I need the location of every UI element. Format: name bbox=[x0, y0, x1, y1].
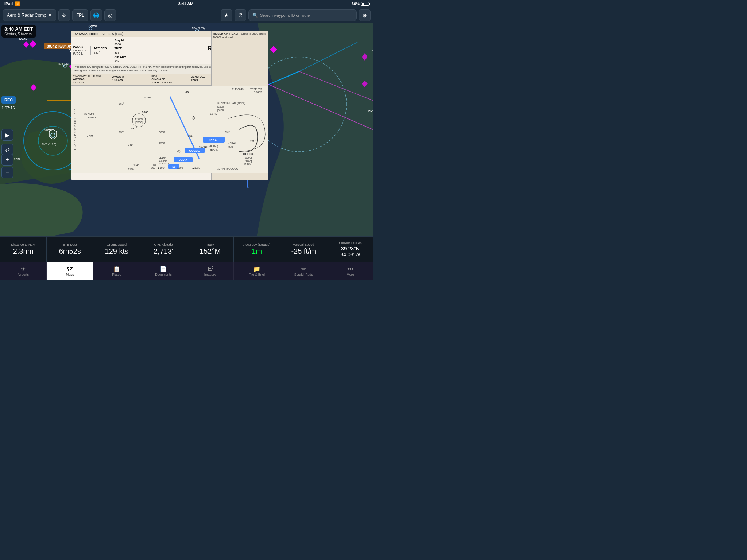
svg-text:7 NM: 7 NM bbox=[87, 135, 93, 137]
compass-button[interactable]: ◎ bbox=[104, 9, 116, 21]
svg-text:2500: 2500 bbox=[159, 142, 165, 144]
plates-label: Plates bbox=[112, 273, 121, 276]
scratchpads-label: ScratchPads bbox=[294, 273, 313, 276]
groundspeed-value: 129 kts bbox=[105, 247, 128, 256]
plates-icon: 📋 bbox=[113, 266, 120, 272]
svg-text:30 NM to OCOCA: 30 NM to OCOCA bbox=[217, 167, 238, 170]
svg-text:30 NM to JERAL (NoPT): 30 NM to JERAL (NoPT) bbox=[217, 102, 245, 105]
svg-text:899: 899 bbox=[151, 167, 155, 169]
time-overlay: 8:40 AM EDT Stratus, 5 towers bbox=[1, 25, 36, 38]
svg-text:15092: 15092 bbox=[254, 90, 262, 94]
vs-cell: Vertical Speed -25 ft/m bbox=[280, 237, 327, 262]
svg-text:EC-2, 15 SEP 2016 to 13 OCT 20: EC-2, 15 SEP 2016 to 13 OCT 2016 bbox=[74, 109, 76, 150]
more-icon: ••• bbox=[347, 266, 353, 272]
fpl-button[interactable]: FPL bbox=[72, 9, 88, 21]
imagery-icon: 🖼 bbox=[207, 266, 213, 272]
svg-text:221°: 221° bbox=[188, 135, 194, 137]
battery-icon bbox=[361, 2, 369, 6]
rec-timer: 1:07:16 bbox=[1, 106, 15, 110]
tab-scratchpads[interactable]: ✏ ScratchPads bbox=[280, 262, 327, 280]
svg-text:JEDIX: JEDIX bbox=[179, 158, 187, 162]
latlon-label: Current Lat/Lon bbox=[339, 241, 362, 245]
svg-text:CVG (117.3): CVG (117.3) bbox=[42, 143, 56, 146]
altitude-cell: GPS Altitude 2,713' bbox=[140, 237, 187, 262]
ete-label: ETE Dest bbox=[63, 243, 77, 246]
svg-text:3000: 3000 bbox=[142, 110, 148, 114]
settings-button[interactable]: ⚙ bbox=[58, 9, 70, 21]
filebrief-icon: 📁 bbox=[253, 266, 260, 272]
latlon-value: 39.28°N 84.08°W bbox=[341, 246, 360, 257]
svg-rect-45 bbox=[71, 86, 268, 171]
svg-text:TDZE 839: TDZE 839 bbox=[250, 88, 262, 90]
plate-chart-svg: EC-2, 15 SEP 2016 to 13 OCT 2016 FIGPU [… bbox=[71, 86, 268, 171]
svg-text:[3100]: [3100] bbox=[217, 109, 225, 112]
vs-label: Vertical Speed bbox=[293, 243, 314, 246]
locate-button[interactable]: ⊕ bbox=[359, 9, 371, 21]
airports-icon: ✈ bbox=[21, 266, 26, 272]
track-value: 152°M bbox=[200, 247, 221, 256]
svg-text:HAO (260): HAO (260) bbox=[57, 62, 71, 66]
favorites-button[interactable]: ★ bbox=[221, 9, 232, 21]
accuracy-label: Accuracy (Stratus) bbox=[243, 243, 270, 246]
documents-icon: 📄 bbox=[160, 266, 167, 272]
svg-text:HOC (: HOC ( bbox=[368, 109, 374, 112]
status-left: iPad 📶 bbox=[4, 1, 20, 6]
track-label: Track bbox=[206, 243, 214, 246]
svg-text:(IF/IAF): (IF/IAF) bbox=[209, 145, 218, 148]
plate-chart-area: EC-2, 15 SEP 2016 to 13 OCT 2016 FIGPU [… bbox=[71, 86, 268, 173]
svg-text:[2600]: [2600] bbox=[217, 105, 225, 108]
svg-text:291°: 291° bbox=[250, 140, 256, 143]
svg-text:12 NM: 12 NM bbox=[210, 113, 218, 115]
svg-text:GOSCE: GOSCE bbox=[189, 149, 200, 152]
svg-text:I68: I68 bbox=[185, 90, 189, 94]
zoom-in-button[interactable]: + bbox=[1, 154, 13, 166]
vs-value: -25 ft/m bbox=[291, 247, 316, 256]
ete-value: 6m52s bbox=[59, 247, 81, 256]
status-time: 8:41 AM bbox=[178, 1, 194, 6]
groundspeed-cell: Groundspeed 129 kts bbox=[93, 237, 140, 262]
svg-text:67IN: 67IN bbox=[14, 158, 20, 161]
svg-text:OCOCA: OCOCA bbox=[243, 152, 254, 156]
tab-documents[interactable]: 📄 Documents bbox=[140, 262, 187, 280]
groundspeed-label: Groundspeed bbox=[107, 243, 127, 246]
filebrief-label: File & Brief bbox=[249, 273, 265, 276]
globe-button[interactable]: 🌐 bbox=[90, 9, 102, 21]
app-selector-button[interactable]: Aero & Radar Comp ▼ bbox=[3, 9, 56, 21]
svg-text:MW (223): MW (223) bbox=[192, 27, 205, 30]
accuracy-value: 1m bbox=[252, 247, 262, 256]
svg-text:(7): (7) bbox=[177, 150, 181, 153]
svg-text:JERAL: JERAL bbox=[210, 148, 218, 151]
zoom-out-button[interactable]: − bbox=[1, 167, 13, 178]
svg-text:JEDIX: JEDIX bbox=[159, 156, 166, 159]
svg-text:✈: ✈ bbox=[191, 115, 196, 121]
svg-text:150°: 150° bbox=[119, 131, 124, 133]
timer-button[interactable]: ⏱ bbox=[235, 9, 246, 21]
maps-icon: 🗺 bbox=[67, 266, 73, 272]
plate-location: BATAVIA, OHIO AL-5955 (FAA) bbox=[74, 32, 123, 36]
svg-text:041°: 041° bbox=[128, 144, 133, 146]
svg-text:JERAL: JERAL bbox=[209, 139, 218, 142]
svg-text:[2800]: [2800] bbox=[245, 160, 252, 163]
freq-cell-2: AWOS-3 118.475 bbox=[111, 74, 150, 85]
app-name-label: Aero & Radar Comp bbox=[7, 13, 46, 18]
map-area[interactable]: HOC ( KMWO KOXD HAO (260) KHAC MDE (375)… bbox=[0, 23, 374, 236]
track-cell: Track 152°M bbox=[187, 237, 234, 262]
tab-imagery[interactable]: 🖼 Imagery bbox=[187, 262, 234, 280]
search-placeholder: Search waypoint ID or route bbox=[260, 13, 310, 18]
tab-plates[interactable]: 📋 Plates bbox=[93, 262, 140, 280]
rec-button[interactable]: REC bbox=[1, 96, 16, 104]
svg-text:KOXD: KOXD bbox=[19, 37, 27, 40]
altitude-label: GPS Altitude bbox=[154, 243, 173, 246]
svg-text:HWF: HWF bbox=[152, 164, 158, 166]
tab-filebrief[interactable]: 📁 File & Brief bbox=[234, 262, 280, 280]
tab-more[interactable]: ••• More bbox=[327, 262, 374, 280]
svg-text:3000: 3000 bbox=[159, 131, 165, 133]
status-right: 36% bbox=[352, 1, 369, 6]
altitude-value: 2,713' bbox=[154, 247, 173, 256]
search-bar[interactable]: 🔍 Search waypoint ID or route bbox=[248, 9, 357, 21]
tab-airports[interactable]: ✈ Airports bbox=[0, 262, 47, 280]
freq-cell-3: FIGPU CINC APP 121.0 / 357.725 bbox=[150, 74, 189, 85]
play-button[interactable]: ▶ bbox=[1, 129, 13, 141]
tab-maps[interactable]: 🗺 Maps bbox=[47, 262, 93, 280]
svg-text:041°: 041° bbox=[131, 127, 137, 130]
